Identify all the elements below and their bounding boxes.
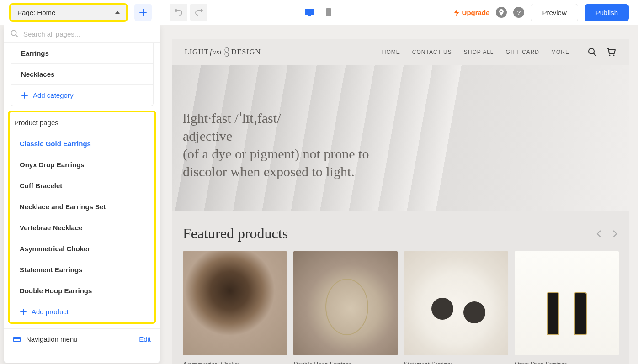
- undo-icon: [174, 8, 183, 17]
- hero-line3: (of a dye or pigment) not prone to disco…: [183, 145, 402, 180]
- svg-point-6: [589, 48, 594, 54]
- carousel-next[interactable]: [612, 230, 618, 238]
- product-page-item[interactable]: Cuff Bracelet: [10, 175, 154, 196]
- redo-icon: [194, 8, 203, 17]
- bolt-icon: [454, 9, 460, 16]
- svg-point-5: [225, 52, 229, 57]
- site-preview[interactable]: LIGHTfast DESIGN HOME CONTACT US SHOP AL…: [172, 39, 629, 364]
- desktop-icon: [304, 8, 314, 17]
- nav-gift[interactable]: GIFT CARD: [506, 49, 539, 55]
- add-category-button[interactable]: Add category: [11, 84, 153, 106]
- publish-button[interactable]: Publish: [585, 4, 629, 21]
- upgrade-label: Upgrade: [462, 9, 490, 16]
- product-name: Asymmetrical Choker: [183, 355, 287, 364]
- svg-rect-1: [308, 15, 311, 16]
- carousel-prev[interactable]: [596, 230, 601, 238]
- pin-icon: [499, 9, 504, 16]
- product-page-item[interactable]: Classic Gold Earrings: [10, 133, 154, 154]
- product-card[interactable]: Onyx Drop Earrings: [515, 251, 619, 364]
- nav-more[interactable]: MORE: [551, 49, 569, 55]
- search-pages-row: [4, 25, 160, 43]
- product-card[interactable]: Asymmetrical Choker: [183, 251, 287, 364]
- svg-point-8: [609, 55, 611, 56]
- product-card[interactable]: Statement Earrings: [404, 251, 508, 364]
- chevron-right-icon: [612, 230, 618, 238]
- product-page-item[interactable]: Onyx Drop Earrings: [10, 154, 154, 175]
- chevron-left-icon: [596, 230, 601, 238]
- nav-menu-label: Navigation menu: [26, 335, 78, 343]
- svg-point-3: [500, 11, 502, 12]
- nav-shop[interactable]: SHOP ALL: [464, 49, 494, 55]
- product-page-item[interactable]: Necklace and Earrings Set: [10, 196, 154, 217]
- edit-nav-button[interactable]: Edit: [139, 335, 151, 343]
- top-toolbar: Page: Home Upgrade ? Preview Publ: [0, 0, 638, 25]
- desktop-view-button[interactable]: [304, 7, 315, 18]
- logo-icon: [224, 47, 229, 57]
- product-pages-panel: Product pages Classic Gold Earrings Onyx…: [8, 111, 156, 324]
- pages-dropdown-panel: Earrings Necklaces Add category Product …: [4, 25, 160, 363]
- add-page-button[interactable]: [134, 4, 152, 21]
- search-icon: [11, 30, 19, 38]
- hero-section[interactable]: light·fast /ˈlītˌfast/ adjective (of a d…: [172, 65, 629, 211]
- product-page-item[interactable]: Vertebrae Necklace: [10, 217, 154, 238]
- mobile-icon: [325, 8, 332, 17]
- product-page-item[interactable]: Double Hoop Earrings: [10, 280, 154, 301]
- help-button[interactable]: ?: [513, 7, 524, 18]
- category-item[interactable]: Necklaces: [11, 63, 153, 84]
- preview-button[interactable]: Preview: [531, 4, 578, 21]
- plus-icon: [139, 8, 147, 16]
- svg-rect-0: [305, 9, 314, 15]
- cart-icon: [606, 47, 616, 57]
- product-carousel: Asymmetrical Choker Double Hoop Earrings…: [172, 251, 629, 364]
- featured-title: Featured products: [183, 225, 288, 242]
- upgrade-button[interactable]: Upgrade: [454, 9, 490, 16]
- product-image: [293, 251, 398, 355]
- plus-icon: [21, 92, 28, 99]
- product-name: Double Hoop Earrings: [293, 355, 398, 364]
- nav-home[interactable]: HOME: [382, 49, 400, 55]
- product-pages-header: Product pages: [10, 112, 154, 133]
- search-icon: [588, 47, 597, 57]
- product-image: [404, 251, 508, 355]
- location-button[interactable]: [496, 7, 507, 18]
- search-pages-input[interactable]: [23, 30, 154, 38]
- cart-button[interactable]: [606, 47, 616, 57]
- site-nav: HOME CONTACT US SHOP ALL GIFT CARD MORE: [382, 49, 569, 55]
- svg-line-7: [594, 53, 596, 56]
- svg-line-11: [16, 35, 18, 37]
- navigation-menu-row: Navigation menu Edit: [4, 328, 160, 349]
- chevron-up-icon: [115, 11, 120, 14]
- page-selector-dropdown[interactable]: Page: Home: [9, 3, 128, 22]
- redo-button[interactable]: [190, 4, 207, 21]
- nav-contact[interactable]: CONTACT US: [412, 49, 452, 55]
- product-image: [515, 251, 619, 355]
- undo-button[interactable]: [170, 4, 187, 21]
- plus-icon: [20, 308, 27, 316]
- svg-point-9: [613, 55, 615, 56]
- add-product-button[interactable]: Add product: [10, 301, 154, 322]
- hero-line2: adjective: [183, 127, 402, 145]
- site-header: LIGHTfast DESIGN HOME CONTACT US SHOP AL…: [172, 39, 629, 65]
- svg-rect-2: [326, 8, 331, 16]
- site-logo[interactable]: LIGHTfast DESIGN: [185, 47, 261, 57]
- product-page-item[interactable]: Statement Earrings: [10, 259, 154, 280]
- nav-menu-icon: [13, 337, 21, 342]
- svg-point-4: [225, 47, 229, 52]
- product-card[interactable]: Double Hoop Earrings: [293, 251, 398, 364]
- product-name: Onyx Drop Earrings: [515, 355, 619, 364]
- product-page-item[interactable]: Asymmetrical Choker: [10, 238, 154, 259]
- product-name: Statement Earrings: [404, 355, 508, 364]
- product-image: [183, 251, 287, 355]
- mobile-view-button[interactable]: [323, 7, 334, 18]
- search-button[interactable]: [588, 47, 597, 57]
- page-selector-label: Page: Home: [17, 9, 55, 16]
- category-item[interactable]: Earrings: [11, 43, 153, 63]
- hero-line1: light·fast /ˈlītˌfast/: [183, 109, 402, 127]
